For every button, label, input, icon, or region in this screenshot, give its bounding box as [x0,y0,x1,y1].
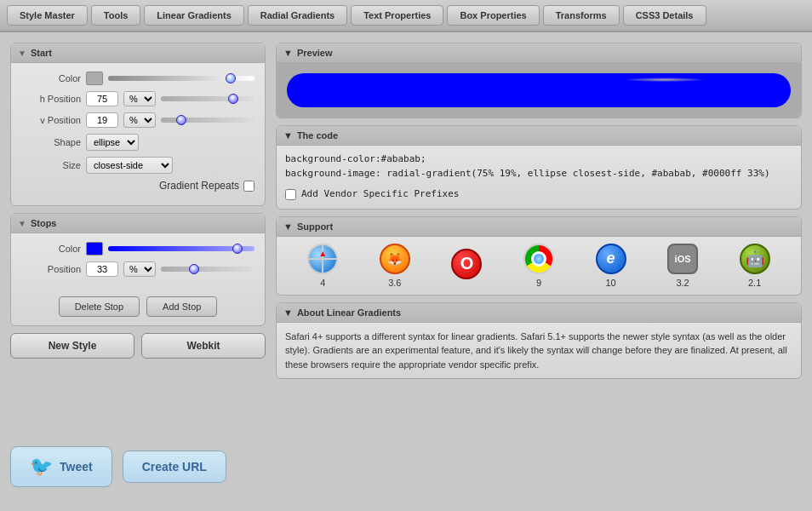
stops-body: Color Position % px [11,233,265,291]
browser-chrome: 9 [523,244,554,288]
about-text: Safari 4+ supports a different syntax fo… [285,331,787,370]
gradient-repeats-label: Gradient Repeats [159,180,239,192]
tweet-label: Tweet [60,460,93,474]
stop-position-slider[interactable] [161,267,254,272]
browser-ie: e 10 [596,244,626,288]
code-body: background-color:#ababab; background-ima… [277,146,801,209]
tab-text-properties[interactable]: Text Properties [351,5,443,26]
tweet-icon: 🐦 [30,456,53,478]
start-header: ▼ Start [11,43,265,63]
support-body: ▲ 4 🦊 3.6 O [277,237,801,295]
vendor-row: Add Vendor Specific Prefixes [285,187,792,202]
browser-android: 🤖 2.1 [740,244,770,288]
about-body: Safari 4+ supports a different syntax fo… [277,323,801,379]
gradient-repeats-checkbox[interactable] [243,181,254,192]
stop-position-unit[interactable]: % px [123,261,156,277]
start-arrow-icon: ▼ [18,49,26,58]
h-position-unit[interactable]: % px [123,91,156,106]
stop-buttons: Delete Stop Add Stop [11,291,265,325]
new-style-button[interactable]: New Style [10,333,134,359]
tab-css3-details[interactable]: CSS3 Details [623,5,706,26]
stop-position-label: Position [21,264,81,274]
stops-arrow-icon: ▼ [18,219,26,228]
tab-style-master[interactable]: Style Master [7,5,88,26]
left-panel: ▼ Start Color h Position % [10,43,266,426]
start-color-swatch[interactable] [86,72,103,85]
delete-stop-button[interactable]: Delete Stop [59,296,140,317]
preview-header: ▼ Preview [277,43,801,63]
shape-label: Shape [21,137,81,147]
about-title: About Linear Gradients [297,307,401,318]
h-position-input[interactable] [86,91,118,106]
right-panel: ▼ Preview ▼ The code background-color:#a… [276,43,802,426]
ie-version: 10 [605,278,615,288]
firefox-version: 3.6 [388,278,401,288]
h-position-slider[interactable] [161,96,254,101]
v-position-row: v Position % px [21,112,254,128]
shape-row: Shape ellipse circle [21,134,254,151]
h-position-row: h Position % px [21,91,254,106]
firefox-icon: 🦊 [380,244,410,274]
stops-section: ▼ Stops Color Position % [10,213,266,326]
bottom-buttons: New Style Webkit [10,333,266,359]
add-stop-button[interactable]: Add Stop [146,296,217,317]
code-arrow-icon: ▼ [283,130,293,141]
vendor-checkbox[interactable] [285,189,296,200]
chrome-icon [523,244,554,274]
tab-transforms[interactable]: Transforms [543,5,620,26]
ios-version: 3.2 [676,278,689,288]
android-version: 2.1 [748,278,761,288]
stop-position-row: Position % px [21,261,254,277]
ie-icon: e [596,244,626,274]
code-line2: background-image: radial-gradient(75% 19… [285,167,792,181]
start-title: Start [31,48,52,58]
webkit-button[interactable]: Webkit [141,333,266,359]
preview-arrow-icon: ▼ [283,48,293,58]
stops-header: ▼ Stops [11,214,265,233]
support-section: ▼ Support ▲ 4 🦊 [276,216,802,296]
tab-tools[interactable]: Tools [91,5,141,26]
size-select[interactable]: closest-side farthest-side closest-corne… [86,157,173,174]
size-row: Size closest-side farthest-side closest-… [21,157,254,174]
tweet-button[interactable]: 🐦 Tweet [10,446,112,487]
browser-ios: iOS 3.2 [667,244,698,288]
start-color-slider[interactable] [108,76,254,81]
size-label: Size [21,160,81,170]
code-line1: background-color:#ababab; [285,152,792,167]
shape-select[interactable]: ellipse circle [86,134,139,151]
start-body: Color h Position % px [11,63,265,205]
stop-color-swatch[interactable] [86,242,103,256]
stop-color-row: Color [21,242,254,256]
v-position-input[interactable] [86,112,118,128]
tab-box-properties[interactable]: Box Properties [447,5,539,26]
preview-body [277,63,801,118]
v-position-slider[interactable] [161,118,254,123]
opera-icon: O [451,249,482,279]
start-section: ▼ Start Color h Position % [10,43,266,206]
code-header: ▼ The code [277,126,801,146]
start-color-label: Color [21,73,81,83]
top-navigation: Style Master Tools Linear Gradients Radi… [0,0,812,32]
create-url-button[interactable]: Create URL [123,451,226,483]
android-icon: 🤖 [740,244,770,274]
stop-position-input[interactable] [86,261,118,277]
v-position-label: v Position [21,115,81,125]
stop-color-label: Color [21,244,81,254]
browser-firefox: 🦊 3.6 [380,244,410,288]
support-arrow-icon: ▼ [283,221,293,232]
browser-opera: O [451,249,482,283]
social-bar: 🐦 Tweet Create URL [0,436,812,494]
main-content: ▼ Start Color h Position % [0,32,812,436]
preview-gradient [287,73,791,107]
about-arrow-icon: ▼ [283,307,293,318]
gradient-repeats-row: Gradient Repeats [21,180,254,192]
code-section: ▼ The code background-color:#ababab; bac… [276,125,802,210]
start-color-row: Color [21,72,254,85]
v-position-unit[interactable]: % px [123,112,156,128]
tab-radial-gradients[interactable]: Radial Gradients [248,5,347,26]
safari-icon: ▲ [307,244,338,274]
tab-linear-gradients[interactable]: Linear Gradients [144,5,243,26]
about-header: ▼ About Linear Gradients [277,303,801,323]
stop-color-slider[interactable] [108,246,254,251]
browser-safari: ▲ 4 [307,244,338,288]
